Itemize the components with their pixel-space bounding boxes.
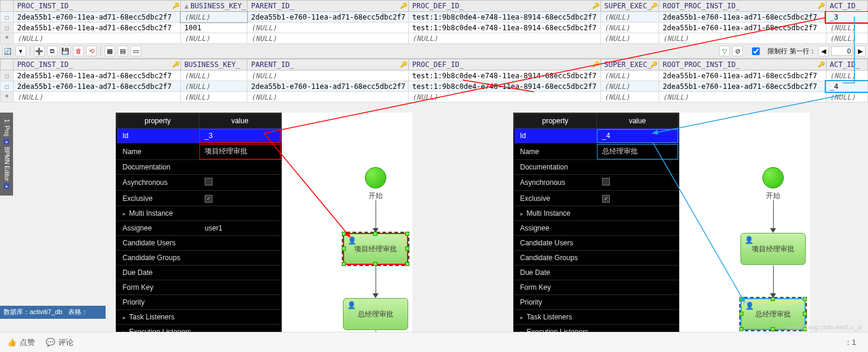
col-business-key[interactable]: ▲BUSINESS_KEY_ — [180, 1, 247, 12]
col-root-proc-inst-id[interactable]: ROOT_PROC_INST_ID_🔑 — [659, 59, 826, 71]
limit-rows-checkbox[interactable]: 限制行 — [745, 47, 787, 56]
table-row[interactable]: ☐ 2dea55b1-e760-11ea-ad71-68ecc5dbc2f7 (… — [1, 71, 868, 81]
table-row[interactable]: ☐ 2dea55b1-e760-11ea-ad71-68ecc5dbc2f7 (… — [1, 81, 868, 92]
bpmn-diagram-right[interactable]: 开始 👤 项目经理审批 👤 总经理审批 — [679, 113, 810, 350]
table-row[interactable]: ☐ 2dea55b1-e760-11ea-ad71-68ecc5dbc2f7 1… — [1, 23, 868, 33]
property-row[interactable]: Documentation — [117, 160, 281, 175]
view-form-button[interactable]: ▤ — [117, 46, 128, 56]
col-act-id[interactable]: ACT_ID_ — [826, 59, 867, 71]
duplicate-button[interactable]: ⧉ — [47, 46, 58, 56]
view-grid-button[interactable]: ▦ — [104, 46, 115, 56]
filter-button[interactable]: ▽ — [719, 46, 730, 56]
sort-asc-icon: ▲ — [185, 2, 189, 10]
table-row[interactable]: * (NULL) (NULL) (NULL) (NULL) (NULL) (NU… — [1, 92, 868, 103]
table-row[interactable]: * (NULL) (NULL) (NULL) (NULL) (NULL) (NU… — [1, 33, 868, 44]
col-parent-id[interactable]: PARENT_ID_🔑 — [247, 1, 408, 12]
col-super-exec[interactable]: SUPER_EXEC_🔑 — [600, 1, 659, 12]
next-page-button[interactable]: ▶ — [855, 46, 866, 56]
property-row[interactable]: Asynchronous — [514, 175, 679, 191]
property-panel-left: propertyvalue Id_3Name项目经理审批Documentatio… — [116, 113, 282, 352]
refresh-button[interactable]: 🔄 — [2, 46, 13, 56]
like-button[interactable]: 👍点赞 — [7, 337, 35, 348]
property-row[interactable]: Task Listeners — [117, 310, 281, 325]
user-icon: 👤 — [348, 236, 357, 245]
checkbox-icon[interactable]: ✓ — [205, 195, 212, 203]
col-proc-inst-id[interactable]: PROC_INST_ID_🔑 — [14, 1, 181, 12]
property-row[interactable]: Form Key — [514, 280, 679, 295]
dropdown-button[interactable]: ▾ — [15, 46, 26, 56]
property-row[interactable]: Candidate Groups — [514, 251, 679, 265]
property-row[interactable]: Exclusive✓ — [117, 191, 281, 206]
property-row[interactable]: Documentation — [514, 160, 679, 175]
editor-icon: ▪ — [4, 183, 9, 189]
property-row[interactable]: Id_4 — [514, 129, 679, 143]
proj-tab-label: 1: Proj — [4, 119, 10, 136]
key-icon: 🔑 — [172, 2, 179, 9]
prev-page-button[interactable]: ◀ — [818, 46, 829, 56]
property-row[interactable]: Name总经理审批 — [514, 143, 679, 160]
property-row[interactable]: Form Key — [117, 280, 281, 295]
key-icon: 🔑 — [650, 2, 657, 9]
user-icon: 👤 — [745, 236, 753, 244]
col-act-id[interactable]: ACT_ID_ — [826, 1, 867, 12]
grid-toolbar: 🔄 ▾ ➕ ⧉ 💾 🗑 ⟲ ▦ ▤ ▭ ▽ ⊘ 限制行 第一行： ◀ ▶ — [0, 44, 868, 59]
table-row[interactable]: ☐ 2dea55b1-e760-11ea-ad71-68ecc5dbc2f7 (… — [1, 12, 868, 23]
property-panel-right: propertyvalue Id_4Name总经理审批Documentation… — [513, 113, 679, 352]
start-event[interactable] — [365, 167, 386, 188]
task-project-manager-approve[interactable]: 👤 项目经理审批 — [740, 233, 806, 265]
bpmn-diagram-left[interactable]: 开始 👤 项目经理审批 👤 总经理审批 — [282, 113, 412, 350]
col-business-key[interactable]: BUSINESS_KEY_ — [180, 59, 247, 71]
revert-button[interactable]: ⟲ — [86, 46, 97, 56]
thumbs-up-icon: 👍 — [7, 338, 17, 347]
property-row[interactable]: Priority — [514, 295, 679, 310]
value-header: value — [199, 114, 281, 129]
clear-filter-button[interactable]: ⊘ — [732, 46, 743, 56]
property-row[interactable]: Candidate Groups — [117, 251, 281, 265]
checkbox-icon[interactable] — [205, 178, 212, 185]
property-row[interactable]: Name项目经理审批 — [117, 143, 281, 160]
property-row[interactable]: Asynchronous — [117, 175, 281, 191]
property-row[interactable]: Priority — [117, 295, 281, 310]
property-row[interactable]: Exclusive✓ — [514, 191, 679, 206]
property-row[interactable]: Due Date — [514, 265, 679, 280]
comment-button[interactable]: 💬评论 — [46, 337, 74, 348]
checkbox-icon[interactable]: ✓ — [602, 195, 610, 203]
grid-2[interactable]: PROC_INST_ID_🔑 BUSINESS_KEY_ PARENT_ID_🔑… — [0, 59, 868, 103]
key-icon: 🔑 — [400, 2, 407, 9]
col-proc-def-id[interactable]: PROC_DEF_ID_🔑 — [408, 1, 600, 12]
property-row[interactable]: Multi Instance — [117, 206, 281, 221]
comment-icon: 💬 — [46, 338, 55, 347]
col-proc-inst-id[interactable]: PROC_INST_ID_🔑 — [14, 59, 181, 71]
delete-button[interactable]: 🗑 — [73, 46, 84, 56]
row-offset-input[interactable] — [831, 46, 853, 56]
property-row[interactable]: Multi Instance — [514, 206, 679, 221]
add-row-button[interactable]: ➕ — [34, 46, 44, 56]
task-project-manager-approve[interactable]: 👤 项目经理审批 — [343, 233, 408, 265]
act-id-cell-3: _3 — [826, 12, 867, 23]
property-row[interactable]: Id_3 — [117, 129, 281, 143]
bottom-bar: 👍点赞 💬评论 ：1 — [0, 332, 868, 352]
col-proc-def-id[interactable]: PROC_DEF_ID_🔑 — [408, 59, 600, 71]
start-event[interactable] — [762, 167, 784, 188]
row-selector[interactable] — [1, 1, 14, 12]
view-text-button[interactable]: ▭ — [131, 46, 141, 56]
property-row[interactable]: Assigneeuser1 — [117, 221, 281, 236]
col-root-proc-inst-id[interactable]: ROOT_PROC_INST_ID_🔑 — [659, 1, 826, 12]
user-icon: 👤 — [745, 302, 754, 310]
col-super-exec[interactable]: SUPER_EXEC_🔑 — [600, 59, 659, 71]
property-row[interactable]: Candidate Users — [514, 236, 679, 251]
task-general-manager-approve[interactable]: 👤 总经理审批 — [343, 298, 408, 330]
grid-1[interactable]: PROC_INST_ID_🔑 ▲BUSINESS_KEY_ PARENT_ID_… — [0, 0, 868, 44]
user-icon: 👤 — [347, 301, 356, 309]
property-row[interactable]: Due Date — [117, 265, 281, 280]
side-tab[interactable]: 1: Proj ▪ BPMN Editor ▪ — [0, 113, 13, 196]
checkbox-icon[interactable] — [602, 178, 610, 185]
save-button[interactable]: 💾 — [60, 46, 71, 56]
folder-icon: ▪ — [4, 139, 9, 145]
property-row[interactable]: Assignee — [514, 221, 679, 236]
key-icon: 🔑 — [592, 2, 599, 9]
bpmn-editor-tab-label: BPMN Editor — [4, 147, 10, 181]
col-parent-id[interactable]: PARENT_ID_🔑 — [247, 59, 408, 71]
property-row[interactable]: Task Listeners — [514, 310, 679, 325]
property-row[interactable]: Candidate Users — [117, 236, 281, 251]
